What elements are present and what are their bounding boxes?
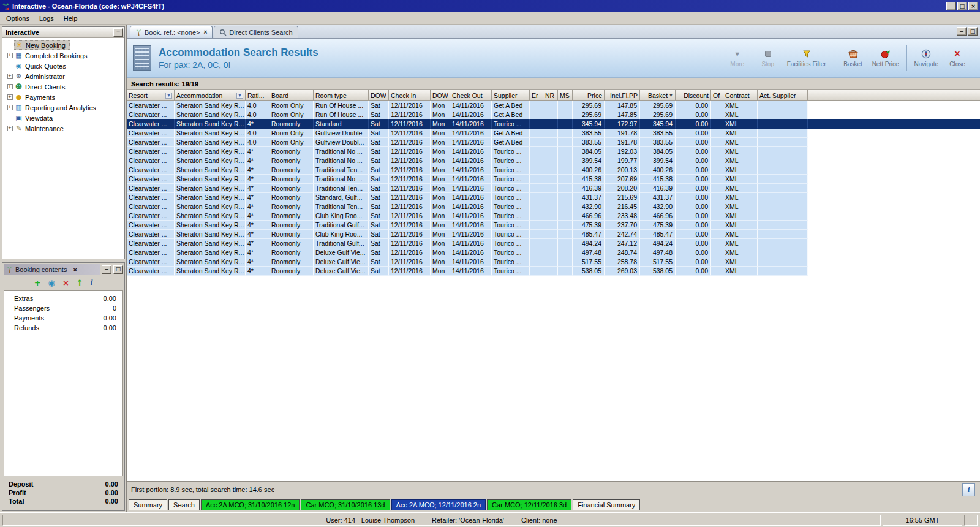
cell[interactable] bbox=[543, 248, 558, 257]
table-row[interactable]: Clearwater ...Sheraton Sand Key R...4*Ro… bbox=[127, 184, 980, 193]
cell[interactable] bbox=[543, 239, 558, 248]
close-results-button[interactable]: × Close bbox=[944, 47, 970, 69]
cell[interactable] bbox=[530, 184, 543, 193]
cell[interactable]: 12/11/2016 bbox=[389, 202, 431, 211]
cell[interactable]: 4.0 bbox=[246, 129, 270, 138]
table-row[interactable]: Clearwater ...Sheraton Sand Key R...4*Ro… bbox=[127, 147, 980, 156]
column-header-board[interactable]: Board bbox=[270, 90, 314, 101]
cell[interactable]: 0.00 bbox=[676, 110, 711, 119]
cell[interactable]: Sat bbox=[369, 165, 389, 175]
cell[interactable] bbox=[711, 248, 723, 257]
sidebar-item-direct-clients[interactable]: +☻Direct Clients bbox=[2, 82, 124, 92]
basket-button[interactable]: Basket bbox=[840, 47, 866, 69]
filter-icon[interactable]: ▼ bbox=[236, 93, 243, 99]
cell[interactable]: 0.00 bbox=[676, 239, 711, 248]
cell[interactable]: XML bbox=[723, 221, 758, 230]
cell[interactable]: Sheraton Sand Key R... bbox=[175, 230, 246, 239]
cell[interactable]: Roomonly bbox=[270, 221, 314, 230]
column-header-price[interactable]: Price bbox=[573, 90, 605, 101]
cell[interactable]: Room Only bbox=[270, 138, 314, 147]
cell[interactable] bbox=[758, 257, 808, 267]
cell[interactable] bbox=[558, 175, 573, 184]
cell[interactable] bbox=[711, 202, 723, 211]
cell[interactable]: Sheraton Sand Key R... bbox=[175, 110, 246, 119]
cell[interactable]: Sheraton Sand Key R... bbox=[175, 257, 246, 267]
cell[interactable]: 12/11/2016 bbox=[389, 147, 431, 156]
mdi-restore-button[interactable]: □ bbox=[968, 27, 978, 36]
cell[interactable]: Clearwater ... bbox=[127, 248, 175, 257]
cell[interactable] bbox=[530, 165, 543, 175]
cell[interactable]: 14/11/2016 bbox=[450, 147, 492, 156]
cell[interactable]: 538.05 bbox=[573, 267, 605, 276]
cell[interactable]: Roomonly bbox=[270, 156, 314, 165]
cell[interactable]: Sheraton Sand Key R... bbox=[175, 193, 246, 202]
cell[interactable]: Tourico ... bbox=[492, 248, 530, 257]
cell[interactable]: XML bbox=[723, 156, 758, 165]
cell[interactable] bbox=[543, 147, 558, 156]
plus-icon[interactable]: + bbox=[7, 105, 13, 110]
expand-toggle[interactable]: + bbox=[6, 84, 14, 89]
cell[interactable]: 12/11/2016 bbox=[389, 211, 431, 221]
cell[interactable]: Tourico ... bbox=[492, 230, 530, 239]
cell[interactable]: 345.94 bbox=[573, 119, 605, 129]
cell[interactable] bbox=[543, 211, 558, 221]
cell[interactable]: Sat bbox=[369, 193, 389, 202]
cell[interactable] bbox=[758, 101, 808, 110]
cell[interactable] bbox=[711, 165, 723, 175]
cell[interactable]: Roomonly bbox=[270, 257, 314, 267]
cell[interactable]: XML bbox=[723, 248, 758, 257]
cell[interactable]: 12/11/2016 bbox=[389, 257, 431, 267]
cell[interactable]: Roomonly bbox=[270, 193, 314, 202]
table-row[interactable]: Clearwater ...Sheraton Sand Key R...4*Ro… bbox=[127, 202, 980, 211]
cell[interactable]: Clearwater ... bbox=[127, 175, 175, 184]
cell[interactable]: Sheraton Sand Key R... bbox=[175, 248, 246, 257]
cell[interactable] bbox=[530, 230, 543, 239]
table-row[interactable]: Clearwater ...Sheraton Sand Key R...4*Ro… bbox=[127, 175, 980, 184]
cell[interactable] bbox=[558, 129, 573, 138]
info-icon[interactable]: i bbox=[91, 278, 93, 287]
cell[interactable]: Clearwater ... bbox=[127, 110, 175, 119]
cell[interactable] bbox=[530, 129, 543, 138]
cell[interactable]: 147.85 bbox=[605, 101, 640, 110]
cell[interactable]: Clearwater ... bbox=[127, 257, 175, 267]
cell[interactable]: Sheraton Sand Key R... bbox=[175, 211, 246, 221]
cell[interactable]: Mon bbox=[431, 156, 450, 165]
cell[interactable]: Traditional Ten... bbox=[314, 165, 369, 175]
cell[interactable]: Sheraton Sand Key R... bbox=[175, 221, 246, 230]
cell[interactable] bbox=[558, 119, 573, 129]
cell[interactable]: 4* bbox=[246, 230, 270, 239]
cell[interactable]: Run Of House ... bbox=[314, 110, 369, 119]
mdi-minimize-button[interactable]: − bbox=[957, 27, 967, 36]
cell[interactable]: XML bbox=[723, 239, 758, 248]
cell[interactable]: Mon bbox=[431, 184, 450, 193]
cell[interactable]: Sat bbox=[369, 211, 389, 221]
cell[interactable] bbox=[711, 239, 723, 248]
cell[interactable]: 485.47 bbox=[573, 230, 605, 239]
cell[interactable] bbox=[758, 184, 808, 193]
cell[interactable]: 14/11/2016 bbox=[450, 211, 492, 221]
cell[interactable] bbox=[543, 119, 558, 129]
cell[interactable]: Clearwater ... bbox=[127, 156, 175, 165]
sidebar-item-administrator[interactable]: +⚙Administrator bbox=[2, 71, 124, 82]
cell[interactable]: 0.00 bbox=[676, 147, 711, 156]
cell[interactable]: Tourico ... bbox=[492, 211, 530, 221]
cell[interactable]: Clearwater ... bbox=[127, 202, 175, 211]
cell[interactable] bbox=[558, 101, 573, 110]
cell[interactable] bbox=[530, 156, 543, 165]
cell[interactable]: Club King Roo... bbox=[314, 211, 369, 221]
cell[interactable] bbox=[530, 221, 543, 230]
table-row[interactable]: Clearwater ...Sheraton Sand Key R...4*Ro… bbox=[127, 193, 980, 202]
cell[interactable]: 4* bbox=[246, 184, 270, 193]
cell[interactable]: Sat bbox=[369, 202, 389, 211]
cell[interactable]: 295.69 bbox=[640, 101, 676, 110]
cell[interactable]: 12/11/2016 bbox=[389, 101, 431, 110]
cell[interactable]: Clearwater ... bbox=[127, 184, 175, 193]
column-header-ms[interactable]: MS bbox=[558, 90, 573, 101]
cell[interactable]: Mon bbox=[431, 221, 450, 230]
plus-icon[interactable]: + bbox=[7, 84, 13, 89]
cell[interactable]: Mon bbox=[431, 175, 450, 184]
cell[interactable]: Roomonly bbox=[270, 230, 314, 239]
cell[interactable]: 12/11/2016 bbox=[389, 239, 431, 248]
bottom-tab-car-mco-12-11-2016-3d[interactable]: Car MCO; 12/11/2016 3d bbox=[487, 499, 571, 510]
cell[interactable]: 399.54 bbox=[640, 156, 676, 165]
